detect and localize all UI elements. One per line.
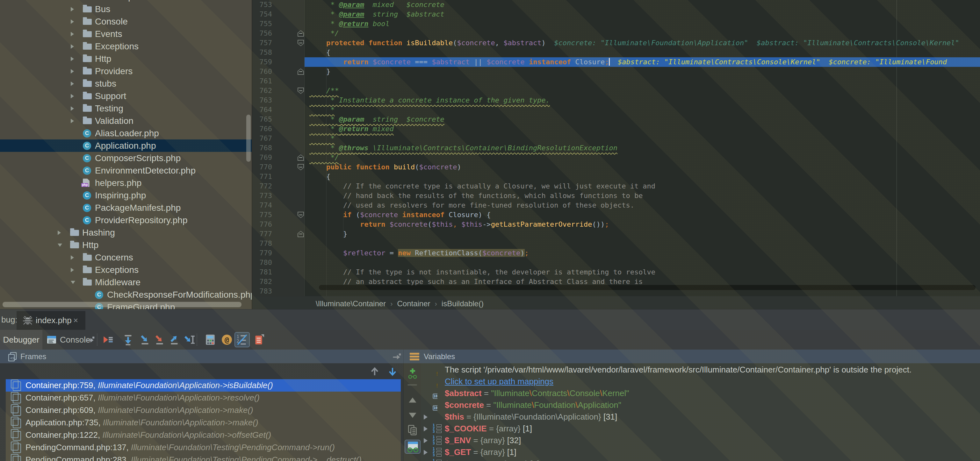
variable-row[interactable]: The script '/private/var/html/www/lavare… — [421, 364, 980, 375]
execution-line[interactable]: return $concrete === $abstract || $concr… — [305, 57, 980, 67]
code-line[interactable]: */ — [305, 29, 980, 38]
code-line[interactable]: * @param mixed $concrete — [305, 0, 980, 10]
code-line[interactable]: * — [305, 105, 980, 115]
variable-row[interactable]: 123$_COOKIE = {array} [1] — [421, 423, 980, 434]
code-line[interactable]: * @param string $concrete — [305, 115, 980, 124]
tree-item-events[interactable]: Events — [0, 28, 252, 40]
tree-item-stubs[interactable]: stubs — [0, 78, 252, 90]
chevron-collapsed-icon[interactable] — [71, 268, 74, 272]
tree-item-application-php[interactable]: CApplication.php — [0, 139, 252, 152]
chevron-expanded-icon[interactable] — [71, 281, 75, 284]
chevron-collapsed-icon[interactable] — [71, 94, 74, 98]
code-line[interactable]: * @return bool — [305, 19, 980, 29]
fold-marker-icon[interactable] — [298, 154, 304, 161]
show-values-inline-icon[interactable]: @ — [221, 334, 232, 345]
fold-marker-icon[interactable] — [298, 164, 304, 170]
variable-row[interactable]: 1001$abstract = "Illuminate\Contracts\Co… — [421, 387, 980, 399]
move-up-icon[interactable] — [407, 394, 418, 406]
editor-code-area[interactable]: * @param mixed $concrete * @param string… — [305, 0, 980, 296]
step-over-icon[interactable] — [123, 334, 134, 345]
tree-horizontal-scrollbar[interactable] — [3, 302, 242, 307]
tree-item-bootstrap[interactable]: Bootstrap — [0, 0, 252, 3]
tree-item-middleware[interactable]: Middleware — [0, 276, 252, 288]
chevron-collapsed-icon[interactable] — [71, 81, 74, 86]
breadcrumb-namespace[interactable]: \Illuminate\Container — [316, 299, 386, 308]
add-watch-icon[interactable] — [407, 368, 418, 379]
show-execution-point-icon[interactable] — [102, 334, 114, 345]
variable-row[interactable]: 123$_ENV = {array} [32] — [421, 434, 980, 446]
frame-row[interactable]: Application.php:735, Illuminate\Foundati… — [6, 417, 401, 429]
tree-item-concerns[interactable]: Concerns — [0, 251, 252, 264]
frame-row[interactable]: Container.php:609, Illuminate\Foundation… — [6, 404, 401, 417]
variable-row[interactable]: 1001$concrete = "Illuminate\Foundation\A… — [421, 399, 980, 411]
variable-row[interactable]: Click to set up path mappings — [421, 375, 980, 387]
code-line[interactable]: // If the concrete type is actually a Cl… — [305, 181, 980, 191]
fold-marker-icon[interactable] — [298, 87, 304, 94]
code-line[interactable]: * @throws \Illuminate\Contracts\Containe… — [305, 143, 980, 153]
code-line[interactable]: protected function isBuildable($concrete… — [305, 38, 980, 48]
expand-icon[interactable] — [424, 426, 428, 431]
chevron-collapsed-icon[interactable] — [71, 44, 74, 49]
frame-row[interactable]: PendingCommand.php:137, Illuminate\Found… — [6, 441, 401, 454]
tree-item-support[interactable]: Support — [0, 90, 252, 102]
chevron-collapsed-icon[interactable] — [71, 119, 74, 123]
breadcrumb-class[interactable]: Container — [397, 299, 430, 308]
tree-item-exceptions[interactable]: Exceptions — [0, 40, 252, 52]
code-editor[interactable]: 7537547557567577587597607617627637647657… — [252, 0, 980, 296]
close-icon[interactable]: × — [73, 311, 78, 330]
code-line[interactable]: public function build($concrete) — [305, 162, 980, 172]
setup-path-mappings-link[interactable]: Click to set up path mappings — [445, 375, 554, 387]
frame-row[interactable]: Container.php:759, Illuminate\Foundation… — [6, 379, 401, 391]
code-line[interactable]: // If the type is not instantiable, the … — [305, 268, 980, 277]
restore-layout-icon[interactable] — [253, 334, 264, 345]
tree-item-exceptions[interactable]: Exceptions — [0, 264, 252, 276]
chevron-collapsed-icon[interactable] — [71, 32, 74, 36]
editor-horizontal-scrollbar[interactable] — [319, 285, 975, 290]
frame-row[interactable]: PendingCommand.php:283, Illuminate\Found… — [6, 454, 401, 461]
code-line[interactable]: { — [305, 48, 980, 57]
move-down-icon[interactable] — [407, 409, 418, 421]
previous-frame-icon[interactable] — [369, 366, 380, 377]
chevron-collapsed-icon[interactable] — [71, 19, 74, 24]
tree-item-bus[interactable]: Bus — [0, 3, 252, 15]
expand-icon[interactable] — [424, 438, 428, 443]
code-line[interactable]: } — [305, 67, 980, 76]
variable-row[interactable]: 123$_GET = {array} [1] — [421, 446, 980, 458]
chevron-collapsed-icon[interactable] — [71, 69, 74, 74]
fold-marker-icon[interactable] — [298, 30, 304, 36]
frame-row[interactable]: Container.php:1222, Illuminate\Foundatio… — [6, 429, 401, 441]
force-step-into-icon[interactable] — [154, 334, 165, 345]
show-watches-icon[interactable] — [405, 440, 420, 454]
toggle-line-numbers-icon[interactable]: 12 — [234, 332, 250, 347]
chevron-collapsed-icon[interactable] — [71, 7, 74, 11]
code-line[interactable]: if ($concrete instanceof Closure) { — [305, 210, 980, 220]
chevron-collapsed-icon[interactable] — [71, 255, 74, 260]
code-line[interactable] — [305, 76, 980, 86]
tree-item-aliasloader-php[interactable]: CAliasLoader.php — [0, 127, 252, 139]
chevron-expanded-icon[interactable] — [58, 244, 62, 247]
breadcrumb-method[interactable]: isBuildable() — [442, 299, 484, 308]
variable-row[interactable]: $this = {Illuminate\Foundation\Applicati… — [421, 411, 980, 423]
expand-icon[interactable] — [424, 415, 428, 420]
tree-item-composerscripts-php[interactable]: CComposerScripts.php — [0, 152, 252, 164]
expand-icon[interactable] — [424, 450, 428, 455]
code-line[interactable]: // used as resolvers for more fine-tuned… — [305, 201, 980, 210]
step-into-icon[interactable] — [139, 334, 151, 345]
code-line[interactable] — [305, 239, 980, 248]
tree-item-providers[interactable]: Providers — [0, 65, 252, 78]
code-line[interactable]: * Instantiate a concrete instance of the… — [305, 95, 980, 105]
code-line[interactable]: $reflector = new ReflectionClass($concre… — [305, 248, 980, 258]
scroll-to-end-icon[interactable] — [85, 335, 95, 344]
variable-row[interactable]: 123$_REQUEST = {array} [1] — [421, 458, 980, 461]
code-line[interactable]: // hand back the results of the function… — [305, 191, 980, 201]
tree-item-inspiring-php[interactable]: CInspiring.php — [0, 189, 252, 201]
tree-item-testing[interactable]: Testing — [0, 102, 252, 115]
hide-frames-icon[interactable] — [392, 352, 401, 361]
tree-vertical-scrollbar[interactable] — [246, 115, 251, 162]
frame-row[interactable]: Container.php:657, Illuminate\Foundation… — [6, 391, 401, 404]
tree-item-console[interactable]: Console — [0, 15, 252, 28]
tree-item-http[interactable]: Http — [0, 239, 252, 251]
tree-item-helpers-php[interactable]: helpers.php — [0, 177, 252, 189]
chevron-collapsed-icon[interactable] — [58, 230, 61, 235]
code-line[interactable]: * — [305, 134, 980, 143]
